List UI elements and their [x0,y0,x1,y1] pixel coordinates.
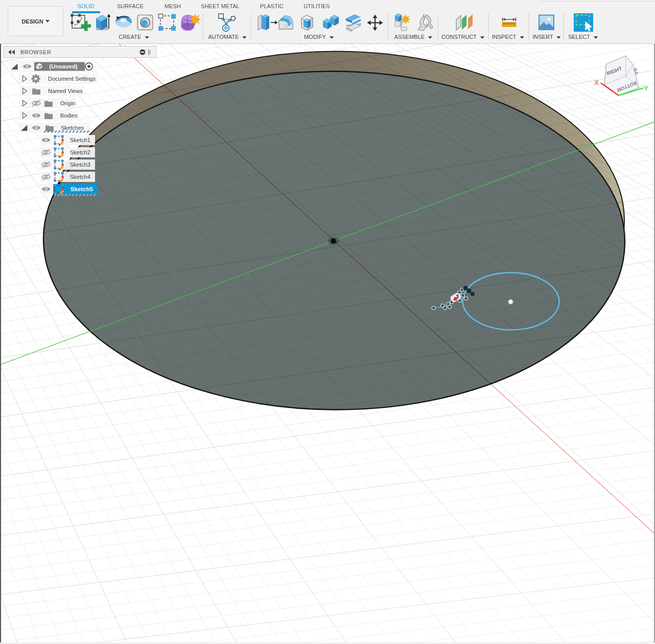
svg-text:X: X [594,79,599,86]
svg-text:Origin: Origin [60,100,75,106]
svg-text:Sketch2: Sketch2 [70,149,90,155]
svg-text:Document Settings: Document Settings [48,76,96,82]
svg-text:Sketches: Sketches [61,125,84,131]
svg-text:Sketch3: Sketch3 [70,162,90,168]
svg-text:Sketch1: Sketch1 [70,137,90,143]
svg-text:Bodies: Bodies [60,112,78,119]
svg-text:Sketch5: Sketch5 [71,186,93,192]
svg-text:Named Views: Named Views [48,88,83,94]
svg-text:Sketch4: Sketch4 [70,174,90,180]
svg-text:(Unsaved): (Unsaved) [49,63,78,70]
svg-text:Y: Y [644,84,648,92]
